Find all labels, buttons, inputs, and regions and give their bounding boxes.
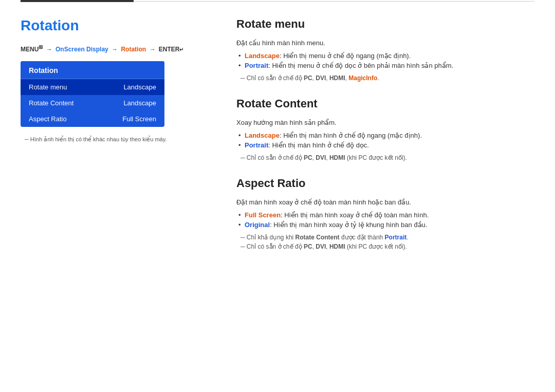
menu-box-title: Rotation bbox=[21, 61, 164, 79]
aspect-ratio-bullets: Full Screen: Hiển thị màn hình xoay ở ch… bbox=[236, 210, 534, 230]
pc-bold-3: PC bbox=[304, 243, 312, 250]
page-title: Rotation bbox=[21, 17, 206, 34]
menu-item-rotate-content[interactable]: Rotate Content Landscape bbox=[21, 95, 164, 111]
menu-item-rotate-content-value: Landscape bbox=[123, 99, 156, 107]
landscape-text-1: : Hiển thị menu ở chế độ ngang (mặc định… bbox=[280, 52, 411, 60]
breadcrumb: MENU⊞ → OnScreen Display → Rotation → EN… bbox=[21, 44, 206, 53]
top-line-right bbox=[134, 1, 534, 2]
landscape-text-2: : Hiển thị màn hình ở chế độ ngang (mặc … bbox=[280, 132, 422, 139]
portrait-text-1: : Hiển thị menu ở chế độ dọc ở bên phải … bbox=[268, 62, 453, 69]
landscape-label-2: Landscape bbox=[245, 132, 280, 139]
section-aspect-ratio: Aspect Ratio Đặt màn hình xoay ở chế độ … bbox=[236, 177, 534, 250]
section-rotate-menu-desc: Đặt cấu hình màn hình menu. bbox=[236, 39, 534, 47]
rotate-content-bold: Rotate Content bbox=[295, 234, 340, 241]
section-rotate-menu-title: Rotate menu bbox=[236, 17, 534, 34]
arrow3: → bbox=[149, 46, 157, 53]
bullet-portrait-2: Portrait: Hiển thị màn hình ở chế độ dọc… bbox=[236, 140, 534, 150]
portrait-label-note: Portrait bbox=[385, 234, 407, 241]
hdmi-bold-2: HDMI bbox=[329, 154, 345, 161]
aspect-ratio-note-2: Chỉ có sẵn ở chế độ PC, DVI, HDMI (khi P… bbox=[236, 243, 534, 250]
pc-bold-1: PC bbox=[304, 74, 312, 82]
menu-item-aspect-ratio-value: Full Screen bbox=[122, 115, 156, 123]
magicinfo-label: MagicInfo bbox=[348, 74, 377, 82]
portrait-label-1: Portrait bbox=[245, 62, 268, 69]
section-rotate-content-desc: Xoay hướng màn hình sản phẩm. bbox=[236, 119, 534, 126]
top-line-left bbox=[21, 0, 134, 2]
enter-label: ENTER bbox=[159, 46, 180, 53]
section-rotate-content-title: Rotate Content bbox=[236, 97, 534, 114]
aspect-ratio-note-1: Chỉ khả dụng khi Rotate Content được đặt… bbox=[236, 234, 534, 241]
dvi-bold-2: DVI bbox=[316, 154, 326, 161]
menu-item-rotate-menu-label: Rotate menu bbox=[29, 83, 67, 91]
fullscreen-text: : Hiển thị màn hình xoay ở chế độ toàn m… bbox=[281, 211, 429, 219]
landscape-label-1: Landscape bbox=[245, 52, 280, 60]
bullet-portrait-1: Portrait: Hiển thị menu ở chế độ dọc ở b… bbox=[236, 61, 534, 70]
menu-item-aspect-ratio-label: Aspect Ratio bbox=[29, 115, 67, 123]
rotate-menu-note: Chỉ có sẵn ở chế độ PC, DVI, HDMI, Magic… bbox=[236, 74, 534, 82]
bullet-landscape-1: Landscape: Hiển thị menu ở chế độ ngang … bbox=[236, 51, 534, 61]
portrait-text-2: : Hiển thị màn hình ở chế độ dọc. bbox=[268, 141, 369, 149]
onscreen-display-link: OnScreen Display bbox=[55, 46, 108, 53]
hdmi-bold-1: HDMI bbox=[329, 74, 345, 82]
menu-item-rotate-menu-value: Landscape bbox=[123, 83, 156, 91]
dvi-bold-3: DVI bbox=[316, 243, 326, 250]
enter-icon: ↵ bbox=[179, 47, 183, 52]
portrait-label-2: Portrait bbox=[245, 141, 268, 149]
section-aspect-ratio-title: Aspect Ratio bbox=[236, 177, 534, 193]
original-label: Original bbox=[245, 221, 270, 229]
menu-item-aspect-ratio[interactable]: Aspect Ratio Full Screen bbox=[21, 111, 164, 127]
rotation-link: Rotation bbox=[121, 46, 146, 53]
menu-label: MENU bbox=[21, 46, 39, 53]
dvi-bold-1: DVI bbox=[316, 74, 326, 82]
bullet-fullscreen: Full Screen: Hiển thị màn hình xoay ở ch… bbox=[236, 210, 534, 220]
rotate-content-note: Chỉ có sẵn ở chế độ PC, DVI, HDMI (khi P… bbox=[236, 154, 534, 161]
hdmi-bold-3: HDMI bbox=[329, 243, 345, 250]
left-column: Rotation MENU⊞ → OnScreen Display → Rota… bbox=[21, 17, 206, 266]
pc-bold-2: PC bbox=[304, 154, 312, 161]
fullscreen-label: Full Screen bbox=[245, 211, 281, 219]
bullet-landscape-2: Landscape: Hiển thị màn hình ở chế độ ng… bbox=[236, 130, 534, 140]
menu-box: Rotation Rotate menu Landscape Rotate Co… bbox=[21, 61, 164, 127]
rotate-menu-bullets: Landscape: Hiển thị menu ở chế độ ngang … bbox=[236, 51, 534, 70]
arrow1: → bbox=[46, 46, 54, 53]
right-column: Rotate menu Đặt cấu hình màn hình menu. … bbox=[236, 17, 534, 266]
section-rotate-content: Rotate Content Xoay hướng màn hình sản p… bbox=[236, 97, 534, 161]
page-container: Rotation MENU⊞ → OnScreen Display → Rota… bbox=[0, 2, 555, 286]
bullet-original: Original: Hiển thị màn hình xoay ở tỷ lệ… bbox=[236, 220, 534, 230]
section-aspect-ratio-desc: Đặt màn hình xoay ở chế độ toàn màn hình… bbox=[236, 198, 534, 206]
menu-icon: ⊞ bbox=[39, 44, 43, 50]
left-note: Hình ảnh hiển thị có thể khác nhau tùy t… bbox=[21, 136, 206, 143]
section-rotate-menu: Rotate menu Đặt cấu hình màn hình menu. … bbox=[236, 17, 534, 82]
original-text: : Hiển thị màn hình xoay ở tỷ lệ khung h… bbox=[270, 221, 427, 229]
menu-item-rotate-content-label: Rotate Content bbox=[29, 99, 73, 107]
rotate-content-bullets: Landscape: Hiển thị màn hình ở chế độ ng… bbox=[236, 130, 534, 150]
arrow2: → bbox=[112, 46, 119, 53]
menu-item-rotate-menu[interactable]: Rotate menu Landscape bbox=[21, 79, 164, 95]
